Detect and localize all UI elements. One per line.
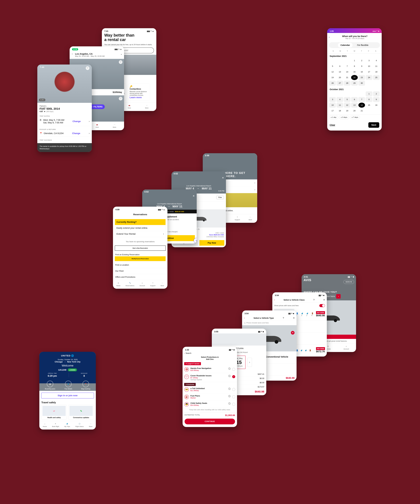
day-cell[interactable]: 30 — [358, 81, 365, 86]
day-cell[interactable]: 19 — [329, 75, 336, 80]
day-cell[interactable]: 2 — [373, 91, 380, 96]
day-cell[interactable]: 4 — [373, 58, 380, 63]
day-cell[interactable]: 11 — [336, 103, 343, 108]
addon-roadside[interactable]: 🛡 Cover Roadside Issues$7.19/daySavings … — [183, 373, 237, 382]
chip-3days[interactable]: ± 3 days — [339, 115, 349, 119]
day-cell[interactable]: 19 — [344, 108, 351, 113]
nav-book[interactable]: ✈Book flight — [52, 422, 59, 427]
nav-account[interactable]: ☺Account — [344, 345, 349, 350]
nav-account[interactable]: ☺Account — [140, 282, 145, 287]
info-icon[interactable]: ? — [283, 317, 284, 319]
filter-button[interactable]: Filter — [216, 196, 224, 199]
chip-1day[interactable]: ± 1 day — [329, 115, 338, 119]
continue-button[interactable]: CONTINUE — [185, 419, 235, 424]
day-cell[interactable]: 29 — [351, 81, 358, 86]
learn-more-link[interactable]: Learn more — [130, 96, 142, 99]
tile-health-safety[interactable]: 🧼Health and safety — [41, 405, 67, 420]
day-cell[interactable]: 9 — [373, 97, 380, 102]
close-icon[interactable]: ✕ — [323, 299, 325, 301]
day-cell[interactable]: 6 — [351, 97, 358, 102]
september-grid[interactable]: 1234567891011121314151617181920212223242… — [327, 58, 382, 87]
day-cell[interactable]: 13 — [336, 69, 343, 74]
day-cell[interactable]: 10 — [366, 64, 372, 69]
day-cell[interactable]: 16 — [373, 103, 380, 108]
pickup-row[interactable]: 📍 Glendale, CA 91204 Change › — [40, 130, 90, 137]
nav-support[interactable]: ?Support — [235, 216, 240, 221]
day-cell[interactable]: 12 — [329, 69, 336, 74]
nav-host[interactable]: 🚗Host — [96, 123, 99, 128]
radio-on[interactable] — [232, 375, 235, 378]
info-icon[interactable]: ⓘ — [228, 367, 231, 370]
our-fleet-row[interactable]: Our Fleet — [113, 268, 167, 274]
pay-now-button[interactable]: Pay Now — [199, 240, 224, 246]
day-cell[interactable]: 17 — [366, 69, 372, 74]
nav-more[interactable]: ⋯More — [249, 216, 252, 221]
day-cell[interactable]: 20 — [351, 108, 358, 113]
go-button[interactable]: › — [336, 294, 341, 299]
day-cell[interactable]: 2 — [358, 58, 365, 63]
day-cell[interactable]: 28 — [344, 81, 351, 86]
day-cell[interactable]: 7 — [344, 64, 351, 69]
next-button[interactable]: Next — [368, 122, 379, 128]
nav-home[interactable]: HHome — [116, 282, 121, 287]
favorite-icon[interactable]: ♡ — [119, 60, 122, 64]
day-cell[interactable]: 11 — [373, 64, 380, 69]
nav-status[interactable]: 🕓Flight Status — [75, 422, 84, 427]
extend-rental-row[interactable]: Extend Your Rental› — [115, 231, 165, 237]
day-cell[interactable]: 1 — [366, 91, 372, 96]
day-cell[interactable]: 15 — [351, 69, 358, 74]
back-row[interactable]: ‹Search — [183, 352, 237, 355]
day-cell[interactable]: 25 — [373, 75, 380, 80]
modify-cancel-button[interactable]: Modify/Cancel Reservation — [115, 256, 166, 261]
chip-7days[interactable]: ± 7 days — [350, 115, 360, 119]
info-icon[interactable]: ⓘ — [228, 375, 231, 378]
addon-fuel[interactable]: ⛽ Fuel PlansMarket ⓘ — [183, 393, 237, 401]
change-pickup-link[interactable]: Change — [72, 132, 80, 135]
day-cell[interactable]: 6 — [336, 64, 343, 69]
day-cell[interactable]: 3 — [329, 97, 336, 102]
next-day-button[interactable]: › — [247, 358, 252, 367]
map-preview[interactable] — [212, 333, 266, 346]
clear-button[interactable]: Clear — [330, 124, 335, 126]
nav-trips[interactable]: 🧳My Trips — [64, 422, 70, 427]
day-cell[interactable]: 21 — [344, 75, 351, 80]
nav-host[interactable]: 🚗Host — [128, 104, 131, 109]
info-icon[interactable]: ⓘ — [228, 402, 231, 405]
day-cell[interactable]: 13 — [351, 103, 358, 108]
day-cell[interactable]: 18 — [336, 108, 343, 113]
badge-close-icon[interactable]: ✕ — [291, 331, 294, 335]
favorite-icon[interactable]: ♡ — [119, 97, 122, 100]
addon-etoll[interactable]: 💳 e-Toll Unlimited$11.99/day ⓘ — [183, 386, 237, 393]
day-cell[interactable]: 17 — [329, 108, 336, 113]
day-cell[interactable]: 15 — [366, 103, 372, 108]
day-cell[interactable]: 14 — [358, 103, 365, 108]
boarding-pass-action[interactable]: ▦Boarding pass — [45, 381, 55, 390]
back-icon[interactable]: ‹ — [244, 317, 245, 319]
day-cell[interactable]: 14 — [344, 69, 351, 74]
day-cell[interactable]: 26 — [329, 81, 336, 86]
info-icon[interactable]: ⓘ — [228, 395, 231, 398]
offers-row[interactable]: Offers and Promotions — [113, 274, 167, 280]
start-reservation-button[interactable]: Start a New Reservation — [115, 246, 166, 251]
day-cell[interactable]: 3 — [366, 58, 372, 63]
nav-more[interactable]: ⋯More — [161, 282, 164, 287]
day-cell[interactable]: 4 — [336, 97, 343, 102]
day-cell[interactable]: 23 — [358, 75, 365, 80]
day-cell[interactable]: 5 — [329, 64, 336, 69]
day-cell[interactable]: 27 — [336, 81, 343, 86]
day-cell[interactable]: 24 — [366, 75, 372, 80]
radio-off[interactable] — [232, 368, 235, 371]
find-location-row[interactable]: Find a Location — [113, 262, 167, 268]
vehicle-photo[interactable]: 7:44 ♡ 1 of 1 — [37, 65, 92, 103]
close-icon[interactable]: ✕ — [222, 176, 224, 179]
chevron-down-icon[interactable]: ⌄ — [121, 53, 122, 55]
addon-navigation[interactable]: 🎯 Hands-Free Navigation$16.99/day ⓘ — [183, 366, 237, 373]
sign-in-button[interactable]: SIGN IN — [343, 280, 354, 284]
addon-childseat[interactable]: 🧒 Child Safety Seats$14.00/day ⓘ — [183, 401, 237, 408]
day-cell[interactable]: 5 — [344, 97, 351, 102]
search-header[interactable]: ← Los Angeles, CA May 26, 10:00 AM – May… — [70, 51, 124, 59]
day-cell[interactable]: 1 — [351, 58, 358, 63]
tab-calendar[interactable]: Calendar — [338, 43, 353, 48]
trip-details-action[interactable]: 🧳Trip details — [64, 381, 72, 390]
nav-more[interactable]: ⋯More — [145, 104, 148, 109]
